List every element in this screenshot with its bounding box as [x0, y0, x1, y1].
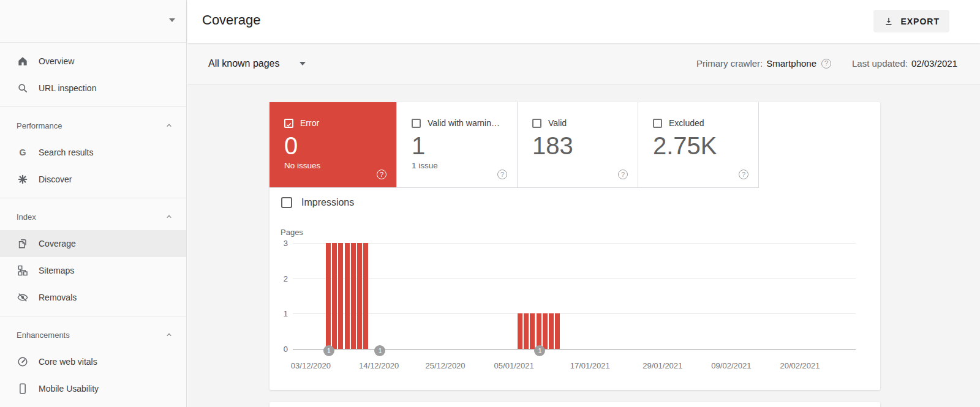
status-checkbox[interactable]: [412, 119, 421, 128]
chart-bar[interactable]: [549, 313, 554, 349]
status-caption: No issues: [284, 161, 396, 170]
x-tick-label: 17/01/2021: [570, 361, 610, 370]
chart-bar[interactable]: [555, 313, 560, 349]
core-web-vitals-icon: [17, 356, 29, 368]
x-tick-label: 14/12/2020: [359, 361, 399, 370]
y-tick-label: 1: [274, 309, 288, 318]
status-card-valid[interactable]: Valid183?: [518, 102, 638, 188]
chart-bar[interactable]: [518, 313, 522, 349]
help-icon[interactable]: ?: [739, 170, 748, 179]
chevron-up-icon: [164, 121, 174, 130]
status-value: 183: [532, 132, 638, 160]
chart-bar[interactable]: [524, 313, 529, 349]
chevron-down-icon: [300, 62, 306, 65]
x-tick-label: 25/12/2020: [426, 361, 466, 370]
chevron-up-icon: [164, 330, 174, 340]
chart-bar[interactable]: [345, 243, 350, 349]
section-label: Enhancements: [17, 330, 70, 340]
sidebar-item-label: Removals: [39, 293, 77, 302]
sitemaps-icon: [17, 264, 29, 277]
section-divider: [0, 198, 186, 198]
primary-crawler-value: Smartphone: [766, 58, 816, 69]
status-label: Excluded: [669, 118, 704, 128]
coverage-screen: OverviewURL inspectionPerformanceGSearch…: [0, 0, 980, 407]
chart-bar[interactable]: [543, 313, 548, 349]
checkbox-icon: [281, 197, 292, 208]
google-g-icon: G: [17, 146, 29, 159]
x-tick-label: 20/02/2021: [780, 361, 820, 370]
y-tick-label: 2: [274, 274, 288, 283]
issue-marker[interactable]: 1: [534, 345, 545, 356]
sidebar-section-performance[interactable]: Performance: [0, 112, 186, 139]
issue-marker[interactable]: 1: [323, 345, 334, 356]
sidebar-item-url-inspection[interactable]: URL inspection: [0, 75, 186, 102]
section-label: Index: [17, 212, 36, 222]
y-tick-label: 0: [274, 345, 288, 354]
property-selector[interactable]: [0, 0, 186, 43]
chart-bar[interactable]: [363, 243, 368, 349]
status-card-valid-with-warnin[interactable]: Valid with warnin…11 issue?: [397, 102, 518, 188]
primary-crawler-label: Primary crawler:: [696, 58, 763, 69]
chevron-down-icon: [169, 18, 175, 22]
sidebar-item-overview[interactable]: Overview: [0, 48, 186, 75]
gridline: [293, 313, 856, 314]
coverage-icon: [17, 237, 29, 250]
content-area: Error0No issues?Valid with warnin…11 iss…: [187, 84, 980, 407]
search-icon: [17, 82, 29, 94]
sidebar-item-label: Overview: [39, 56, 74, 66]
export-button-label: EXPORT: [900, 17, 940, 26]
status-label: Valid: [548, 118, 567, 128]
status-checkbox[interactable]: [532, 119, 541, 128]
filter-bar: All known pages Primary crawler: Smartph…: [187, 43, 980, 84]
status-value: 1: [412, 132, 517, 160]
sidebar-item-mobile-usability[interactable]: Mobile Usability: [0, 375, 186, 402]
sidebar-item-discover[interactable]: Discover: [0, 166, 186, 193]
sidebar-item-search-results[interactable]: GSearch results: [0, 139, 186, 166]
chart-bar[interactable]: [332, 243, 337, 349]
sidebar-item-label: Core web vitals: [39, 357, 97, 367]
sidebar-item-core-web-vitals[interactable]: Core web vitals: [0, 348, 186, 375]
sidebar-item-label: Search results: [39, 147, 93, 157]
sidebar-item-sitemaps[interactable]: Sitemaps: [0, 257, 186, 284]
chart-bar[interactable]: [351, 243, 356, 349]
chart-bar[interactable]: [537, 313, 541, 349]
status-checkbox[interactable]: [653, 119, 662, 128]
mobile-usability-icon: [17, 383, 29, 395]
impressions-label: Impressions: [301, 197, 354, 208]
chart-y-axis-title: Pages: [281, 228, 303, 237]
discover-icon: [17, 173, 29, 185]
sidebar-item-removals[interactable]: Removals: [0, 284, 186, 311]
status-caption: 1 issue: [412, 161, 517, 170]
sidebar-item-label: URL inspection: [39, 83, 96, 93]
help-icon[interactable]: ?: [377, 170, 386, 179]
gridline: [293, 243, 856, 244]
status-value: 0: [284, 132, 396, 160]
sidebar-section-enhancements[interactable]: Enhancements: [0, 321, 186, 348]
status-value: 2.75K: [653, 132, 758, 160]
y-tick-label: 3: [274, 239, 288, 248]
section-divider: [0, 106, 186, 107]
impressions-checkbox[interactable]: Impressions: [281, 197, 354, 208]
sidebar-section-index[interactable]: Index: [0, 203, 186, 230]
help-icon[interactable]: ?: [497, 170, 507, 179]
status-checkbox[interactable]: [284, 119, 293, 128]
status-card-excluded[interactable]: Excluded2.75K?: [638, 102, 759, 188]
help-icon[interactable]: ?: [618, 170, 628, 179]
chart-bar[interactable]: [530, 313, 535, 349]
chart-bar[interactable]: [326, 243, 331, 349]
x-tick-label: 09/02/2021: [711, 361, 751, 370]
status-card-error[interactable]: Error0No issues?: [270, 102, 397, 188]
page-title: Coverage: [202, 12, 260, 28]
sidebar: OverviewURL inspectionPerformanceGSearch…: [0, 0, 187, 407]
status-label: Error: [300, 118, 319, 128]
gridline: [293, 278, 856, 279]
sidebar-item-coverage[interactable]: Coverage: [0, 230, 186, 257]
chart-bar[interactable]: [338, 243, 343, 349]
chevron-up-icon: [164, 212, 174, 222]
chart-bar[interactable]: [357, 243, 362, 349]
page-scope-dropdown[interactable]: All known pages: [208, 58, 306, 69]
sidebar-item-label: Discover: [39, 174, 72, 184]
help-icon[interactable]: ?: [821, 59, 831, 69]
export-button[interactable]: EXPORT: [873, 10, 949, 32]
issue-marker[interactable]: 1: [374, 345, 385, 356]
